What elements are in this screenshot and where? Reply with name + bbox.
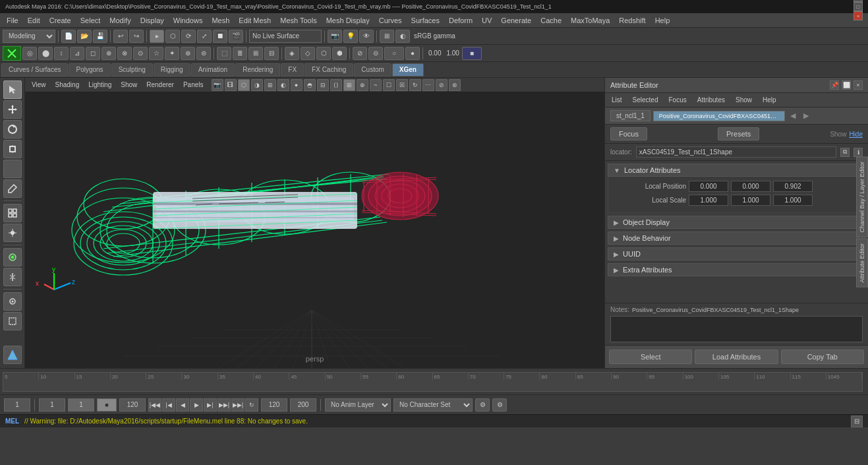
menu-create[interactable]: Create: [45, 15, 75, 26]
char-settings-btn[interactable]: ⚙: [492, 398, 507, 412]
scale-btn[interactable]: ⤢: [197, 30, 212, 43]
maximize-button[interactable]: □: [854, 2, 863, 11]
scale-tool-btn[interactable]: [3, 140, 22, 158]
current-frame-input[interactable]: [4, 398, 30, 412]
paint-btn[interactable]: [3, 179, 22, 198]
rotate-tool-btn[interactable]: [3, 120, 22, 139]
hide-link[interactable]: Hide: [849, 131, 863, 138]
next-frame-btn[interactable]: ▶|: [204, 398, 217, 412]
attr-menu-focus[interactable]: Focus: [664, 95, 690, 105]
skip-start-btn[interactable]: |◀◀: [148, 398, 161, 412]
copy-tab-btn[interactable]: Copy Tab: [781, 350, 864, 364]
tool3[interactable]: ↕: [54, 47, 69, 60]
menu-display[interactable]: Display: [136, 15, 168, 26]
menu-mesh-tools[interactable]: Mesh Tools: [276, 15, 320, 26]
origin-btn[interactable]: [3, 346, 22, 364]
locator-info-btn[interactable]: ℹ: [854, 148, 863, 157]
tool14[interactable]: ≣: [233, 47, 247, 60]
attr-menu-help[interactable]: Help: [759, 95, 780, 105]
tool5[interactable]: ◻: [86, 47, 100, 60]
shading-btn[interactable]: ◐: [395, 30, 410, 43]
local-scale-x[interactable]: [689, 195, 728, 206]
range-slider[interactable]: ■: [97, 398, 117, 412]
tab-polygons[interactable]: Polygons: [69, 63, 110, 77]
light-btn[interactable]: 💡: [343, 30, 358, 43]
menu-surfaces[interactable]: Surfaces: [407, 15, 444, 26]
tool17[interactable]: ◈: [285, 47, 299, 60]
tool8[interactable]: ⊙: [133, 47, 148, 60]
local-scale-z[interactable]: [773, 195, 813, 206]
tab-animation[interactable]: Animation: [191, 63, 235, 77]
xgen-icon[interactable]: [3, 46, 21, 61]
menu-file[interactable]: File: [3, 15, 22, 26]
vp-icon-motion[interactable]: ~: [370, 79, 382, 91]
node-tab-active[interactable]: Positive_Coronavirus_CovidFBXASC04519_Te…: [653, 111, 785, 121]
attr-pin-btn[interactable]: 📌: [830, 80, 839, 90]
menu-select[interactable]: Select: [76, 15, 105, 26]
attr-float-btn[interactable]: ⬜: [842, 80, 851, 90]
tab-xgen[interactable]: XGen: [392, 63, 424, 77]
tab-rigging[interactable]: Rigging: [154, 63, 190, 77]
tool20[interactable]: ⬢: [332, 47, 347, 60]
rotate-btn[interactable]: ⟳: [181, 30, 196, 43]
frame-start-input[interactable]: [39, 398, 65, 412]
save-btn[interactable]: 💾: [93, 30, 107, 43]
display-btn[interactable]: 👁: [359, 30, 374, 43]
loop-btn[interactable]: ↻: [245, 398, 258, 412]
menu-generate[interactable]: Generate: [497, 15, 535, 26]
vp-menu-renderer[interactable]: Renderer: [142, 80, 178, 90]
select-tool-btn[interactable]: [3, 80, 22, 99]
prev-frame-btn[interactable]: ◀: [176, 398, 189, 412]
tab-curves-surfaces[interactable]: Curves / Surfaces: [1, 63, 68, 77]
snap-btn[interactable]: 🔲: [213, 30, 227, 43]
tool18[interactable]: ◇: [301, 47, 315, 60]
local-pos-x[interactable]: [689, 181, 728, 192]
tab-rendering[interactable]: Rendering: [235, 63, 280, 77]
next-key-btn[interactable]: ▶▶|: [217, 398, 231, 412]
object-display-header[interactable]: ▶ Object Display: [608, 216, 865, 229]
color-btn[interactable]: ■: [462, 47, 482, 60]
vp-icon-wire[interactable]: ⬡: [238, 79, 250, 91]
tool7[interactable]: ⊗: [117, 47, 132, 60]
vp-menu-show[interactable]: Show: [117, 80, 141, 90]
menu-curves[interactable]: Curves: [375, 15, 406, 26]
menu-deform[interactable]: Deform: [445, 15, 477, 26]
menu-mesh[interactable]: Mesh: [208, 15, 233, 26]
xray-btn[interactable]: [3, 312, 22, 330]
attr-menu-selected[interactable]: Selected: [629, 95, 662, 105]
char-set-select[interactable]: No Character Set: [393, 398, 473, 412]
tool24[interactable]: ●: [405, 47, 420, 60]
attr-editor-tab[interactable]: Attribute Editor: [856, 239, 868, 288]
sym-btn[interactable]: [3, 268, 22, 286]
presets-btn[interactable]: Presets: [718, 127, 759, 140]
vp-menu-shading[interactable]: Shading: [51, 80, 84, 90]
tab-sculpting[interactable]: Sculpting: [111, 63, 153, 77]
tool21[interactable]: ⊘: [353, 47, 367, 60]
close-button[interactable]: ×: [854, 11, 863, 20]
node-prev-arrow[interactable]: ◀: [788, 111, 798, 120]
tool22[interactable]: ⊝: [368, 47, 383, 60]
vp-icon-film[interactable]: 🎞: [225, 79, 237, 91]
frame-display[interactable]: [68, 398, 94, 412]
menu-redshift[interactable]: Redshift: [615, 15, 649, 26]
select-footer-btn[interactable]: Select: [609, 350, 692, 364]
tool9[interactable]: ☆: [149, 47, 163, 60]
notes-box[interactable]: [610, 316, 863, 342]
tool6[interactable]: ⊕: [101, 47, 116, 60]
camera-btn[interactable]: 📷: [328, 30, 342, 43]
vp-icon-light2[interactable]: ●: [291, 79, 303, 91]
move-tool-btn[interactable]: [3, 100, 22, 119]
vp-icon-xray2[interactable]: ☒: [396, 79, 408, 91]
anim-settings-btn[interactable]: ⚙: [475, 398, 490, 412]
locator-copy-btn[interactable]: ⧉: [840, 148, 850, 157]
undo-btn[interactable]: ↩: [113, 30, 128, 43]
lasso-btn[interactable]: [3, 160, 22, 178]
grid-btn[interactable]: ⊞: [380, 30, 394, 43]
tool10[interactable]: ✦: [165, 47, 179, 60]
range-start-input[interactable]: [119, 398, 146, 412]
vp-icon-grid[interactable]: ⊞: [343, 79, 355, 91]
tool15[interactable]: ⊞: [248, 47, 263, 60]
local-scale-y[interactable]: [731, 195, 770, 206]
menu-edit-mesh[interactable]: Edit Mesh: [235, 15, 275, 26]
tool13[interactable]: ⬚: [217, 47, 231, 60]
